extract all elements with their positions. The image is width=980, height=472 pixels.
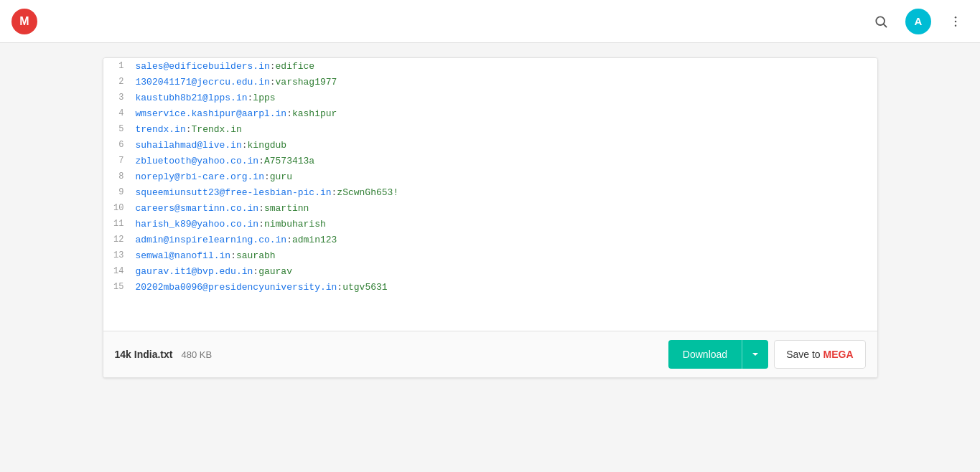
code-area[interactable]: 1sales@edificebuilders.in:edifice2130204…	[103, 58, 877, 331]
line-number: 3	[103, 93, 136, 103]
line-content: sales@edificebuilders.in:edifice	[136, 61, 315, 72]
bottom-bar: 14k India.txt 480 KB Download Save to ME…	[103, 331, 877, 377]
table-row: 9squeemiunsutt23@free-lesbian-pic.in:zSc…	[103, 184, 877, 200]
line-content: semwal@nanofil.in:saurabh	[136, 250, 276, 261]
table-row: 7zbluetooth@yahoo.co.in:A7573413a	[103, 153, 877, 169]
download-arrow-button[interactable]	[742, 340, 768, 369]
header-left: M	[11, 9, 37, 34]
line-number: 1	[103, 61, 136, 71]
table-row: 8noreply@rbi-care.org.in:guru	[103, 169, 877, 184]
table-row: 3kaustubh8b21@lpps.in:lpps	[103, 90, 877, 105]
line-content: admin@inspirelearning.co.in:admin123	[136, 235, 337, 245]
table-row: 21302041171@jecrcu.edu.in:varshag1977	[103, 74, 877, 90]
download-button[interactable]: Download	[668, 340, 742, 369]
table-row: 6suhailahmad@live.in:kingdub	[103, 137, 877, 153]
line-number: 13	[103, 250, 136, 260]
file-size: 480 KB	[181, 349, 212, 360]
line-number: 11	[103, 219, 136, 229]
header-right: A	[868, 9, 969, 34]
line-content: zbluetooth@yahoo.co.in:A7573413a	[136, 156, 315, 166]
search-icon[interactable]	[868, 9, 894, 34]
table-row: 5trendx.in:Trendx.in	[103, 121, 877, 137]
line-number: 6	[103, 140, 136, 150]
svg-line-1	[884, 24, 887, 27]
line-number: 12	[103, 235, 136, 245]
line-content: harish_k89@yahoo.co.in:nimbuharish	[136, 219, 326, 230]
header: M A	[0, 0, 980, 43]
file-viewer: 1sales@edificebuilders.in:edifice2130204…	[103, 57, 878, 378]
table-row: 11harish_k89@yahoo.co.in:nimbuharish	[103, 216, 877, 232]
mega-logo[interactable]: M	[11, 9, 37, 34]
line-number: 7	[103, 156, 136, 166]
line-content: noreply@rbi-care.org.in:guru	[136, 171, 292, 182]
line-content: squeemiunsutt23@free-lesbian-pic.in:zScw…	[136, 187, 399, 198]
action-buttons: Download Save to MEGA	[668, 340, 866, 369]
table-row: 1520202mba0096@presidencyuniversity.in:u…	[103, 279, 877, 295]
table-row: 14gaurav.it1@bvp.edu.in:gaurav	[103, 263, 877, 279]
line-number: 10	[103, 203, 136, 213]
line-number: 15	[103, 282, 136, 292]
file-name: 14k India.txt	[115, 349, 173, 360]
avatar[interactable]: A	[905, 9, 931, 34]
save-to-mega-button[interactable]: Save to MEGA	[774, 340, 865, 369]
line-content: 1302041171@jecrcu.edu.in:varshag1977	[136, 77, 337, 88]
line-content: wmservice.kashipur@aarpl.in:kashipur	[136, 108, 337, 119]
table-row: 13semwal@nanofil.in:saurabh	[103, 247, 877, 263]
line-content: kaustubh8b21@lpps.in:lpps	[136, 93, 276, 103]
table-row: 10careers@smartinn.co.in:smartinn	[103, 200, 877, 216]
line-content: gaurav.it1@bvp.edu.in:gaurav	[136, 266, 292, 277]
line-content: suhailahmad@live.in:kingdub	[136, 140, 287, 151]
svg-point-2	[955, 16, 957, 18]
line-number: 2	[103, 77, 136, 87]
main-content: 1sales@edificebuilders.in:edifice2130204…	[0, 0, 980, 472]
table-row: 1sales@edificebuilders.in:edifice	[103, 58, 877, 74]
line-content: trendx.in:Trendx.in	[136, 124, 242, 135]
line-number: 14	[103, 266, 136, 276]
svg-point-3	[955, 20, 957, 22]
more-options-icon[interactable]	[943, 9, 969, 34]
line-content: careers@smartinn.co.in:smartinn	[136, 203, 309, 214]
line-number: 5	[103, 124, 136, 134]
table-row: 12admin@inspirelearning.co.in:admin123	[103, 232, 877, 247]
line-content: 20202mba0096@presidencyuniversity.in:utg…	[136, 282, 388, 293]
line-number: 4	[103, 108, 136, 118]
file-info: 14k India.txt 480 KB	[115, 349, 213, 360]
table-row: 4wmservice.kashipur@aarpl.in:kashipur	[103, 105, 877, 121]
svg-point-4	[955, 24, 957, 27]
line-number: 9	[103, 187, 136, 197]
line-number: 8	[103, 171, 136, 181]
